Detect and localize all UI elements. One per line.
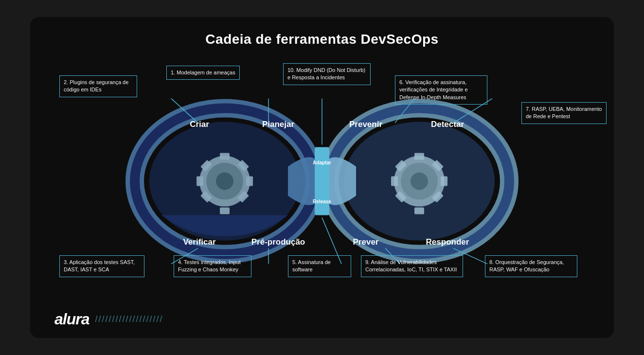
annotation-10: 8. Orquestração de Segurança, RASP, WAF … xyxy=(485,255,577,277)
page-title: Cadeia de ferramentas DevSecOps xyxy=(30,17,614,47)
svg-rect-25 xyxy=(391,177,398,186)
annotation-3: 10. Modify DND (Do Not Disturb) e Respos… xyxy=(283,63,371,85)
svg-text:Detectar: Detectar xyxy=(431,120,464,129)
footer: alura //////////////////// xyxy=(54,310,163,328)
svg-point-11 xyxy=(216,173,233,190)
svg-text:Release: Release xyxy=(313,199,331,204)
alura-logo: alura xyxy=(54,310,89,328)
annotation-5: 7. RASP, UEBA, Monitoramento de Rede e P… xyxy=(521,102,607,124)
svg-rect-14 xyxy=(197,177,203,186)
annotation-7: 4. Testes integrados, Input Fuzzing e Ch… xyxy=(174,255,251,277)
annotation-2: 2. Plugins de segurança de código em IDE… xyxy=(59,75,137,97)
svg-point-22 xyxy=(411,173,428,190)
svg-text:Criar: Criar xyxy=(190,120,209,129)
annotation-6: 3. Aplicação dos testes SAST, DAST, IAST… xyxy=(59,255,144,277)
svg-rect-12 xyxy=(220,153,230,160)
svg-text:Adaptar: Adaptar xyxy=(313,160,331,165)
svg-rect-6 xyxy=(315,147,329,215)
svg-text:Prever: Prever xyxy=(353,237,379,247)
annotation-8: 5. Assinatura de software xyxy=(288,255,351,277)
svg-text:Verificar: Verificar xyxy=(183,237,215,247)
svg-rect-15 xyxy=(246,177,253,186)
slide-container: Cadeia de ferramentas DevSecOps Adaptar … xyxy=(30,17,614,338)
svg-text:Planejar: Planejar xyxy=(262,120,295,129)
annotation-9: 9. Análise de Vulnerabilidades Correlaci… xyxy=(361,255,463,277)
svg-text:Pré-produção: Pré-produção xyxy=(251,237,305,247)
svg-rect-24 xyxy=(414,208,424,214)
svg-rect-13 xyxy=(220,208,230,214)
svg-text:Responder: Responder xyxy=(426,237,469,247)
hash-marks: //////////////////// xyxy=(95,314,163,324)
svg-rect-23 xyxy=(414,153,424,160)
infinity-diagram: Adaptar Release xyxy=(123,89,521,274)
svg-rect-26 xyxy=(441,177,447,186)
annotation-4: 6. Verificação de assinatura, verificaçõ… xyxy=(395,75,487,105)
annotation-1: 1. Modelagem de ameaças xyxy=(166,66,240,80)
svg-text:Prevenir: Prevenir xyxy=(349,120,382,129)
